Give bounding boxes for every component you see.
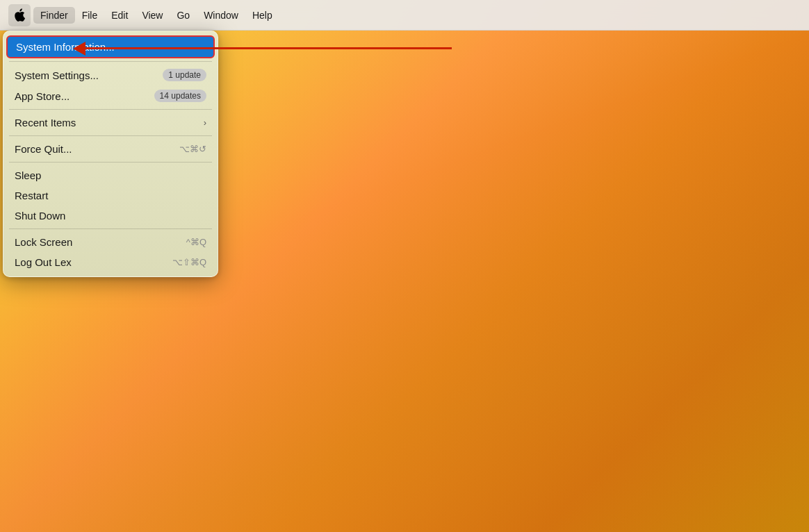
lock-screen-label: Lock Screen xyxy=(15,236,72,248)
menubar-window[interactable]: Window xyxy=(197,7,245,24)
force-quit-label: Force Quit... xyxy=(15,143,72,155)
system-settings-badge: 1 update xyxy=(163,69,206,81)
separator-3 xyxy=(9,135,212,136)
menu-item-force-quit[interactable]: Force Quit... ⌥⌘↺ xyxy=(3,139,218,159)
log-out-label: Log Out Lex xyxy=(15,256,72,268)
shut-down-label: Shut Down xyxy=(15,210,65,222)
menu-item-restart[interactable]: Restart xyxy=(3,185,218,206)
lock-screen-shortcut: ^⌘Q xyxy=(186,237,206,247)
menu-item-recent-items[interactable]: Recent Items › xyxy=(3,113,218,133)
menubar-view[interactable]: View xyxy=(135,7,170,24)
log-out-shortcut: ⌥⇧⌘Q xyxy=(172,257,206,267)
system-information-label: System Information... xyxy=(16,41,115,53)
separator-4 xyxy=(9,162,212,163)
sleep-label: Sleep xyxy=(15,169,41,181)
system-settings-label: System Settings... xyxy=(15,69,99,81)
app-store-label: App Store... xyxy=(15,90,70,102)
menubar-edit[interactable]: Edit xyxy=(104,7,135,24)
menu-item-shut-down[interactable]: Shut Down xyxy=(3,206,218,226)
menu-item-app-store[interactable]: App Store... 14 updates xyxy=(3,85,218,106)
menubar: Finder File Edit View Go Window Help xyxy=(0,0,809,31)
menu-item-log-out[interactable]: Log Out Lex ⌥⇧⌘Q xyxy=(3,252,218,272)
recent-items-chevron-icon: › xyxy=(204,117,206,128)
separator-5 xyxy=(9,228,212,229)
menubar-go[interactable]: Go xyxy=(170,7,197,24)
apple-dropdown-menu: System Information... System Settings...… xyxy=(3,31,218,277)
menu-item-sleep[interactable]: Sleep xyxy=(3,165,218,185)
menu-item-system-settings[interactable]: System Settings... 1 update xyxy=(3,65,218,85)
force-quit-shortcut: ⌥⌘↺ xyxy=(179,144,206,154)
menu-item-system-information[interactable]: System Information... xyxy=(6,35,215,58)
menu-item-lock-screen[interactable]: Lock Screen ^⌘Q xyxy=(3,232,218,252)
recent-items-label: Recent Items xyxy=(15,117,76,128)
menubar-file[interactable]: File xyxy=(75,7,105,24)
menubar-help[interactable]: Help xyxy=(245,7,279,24)
apple-menu-button[interactable] xyxy=(8,4,31,26)
menubar-finder[interactable]: Finder xyxy=(33,7,75,24)
separator-2 xyxy=(9,109,212,110)
restart-label: Restart xyxy=(15,190,48,201)
separator-1 xyxy=(9,61,212,62)
app-store-badge: 14 updates xyxy=(154,90,206,102)
